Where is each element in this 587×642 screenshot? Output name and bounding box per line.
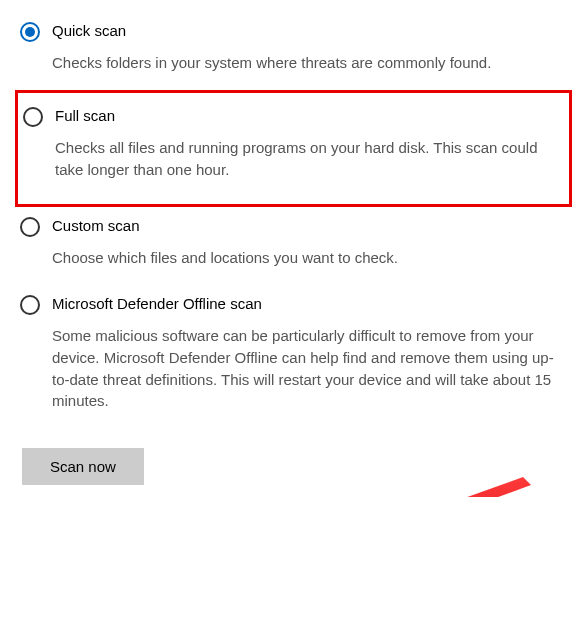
svg-marker-0	[206, 477, 531, 497]
scan-option-quick[interactable]: Quick scan Checks folders in your system…	[18, 12, 569, 90]
scan-option-offline[interactable]: Microsoft Defender Offline scan Some mal…	[18, 285, 569, 428]
option-body: Quick scan Checks folders in your system…	[52, 22, 569, 74]
option-body: Microsoft Defender Offline scan Some mal…	[52, 295, 569, 412]
option-body: Custom scan Choose which files and locat…	[52, 217, 569, 269]
radio-quick-scan[interactable]	[20, 22, 40, 42]
scan-option-full[interactable]: Full scan Checks all files and running p…	[15, 90, 572, 208]
option-body: Full scan Checks all files and running p…	[55, 107, 566, 181]
radio-offline-scan[interactable]	[20, 295, 40, 315]
scan-option-custom[interactable]: Custom scan Choose which files and locat…	[18, 207, 569, 285]
option-title: Custom scan	[52, 217, 569, 235]
arrow-icon	[173, 473, 533, 497]
radio-custom-scan[interactable]	[20, 217, 40, 237]
option-description: Checks all files and running programs on…	[55, 137, 565, 181]
scan-now-button[interactable]: Scan now	[22, 448, 144, 485]
option-description: Checks folders in your system where thre…	[52, 52, 562, 74]
option-description: Some malicious software can be particula…	[52, 325, 562, 412]
option-title: Full scan	[55, 107, 566, 125]
option-title: Microsoft Defender Offline scan	[52, 295, 569, 313]
radio-full-scan[interactable]	[23, 107, 43, 127]
option-description: Choose which files and locations you wan…	[52, 247, 562, 269]
option-title: Quick scan	[52, 22, 569, 40]
